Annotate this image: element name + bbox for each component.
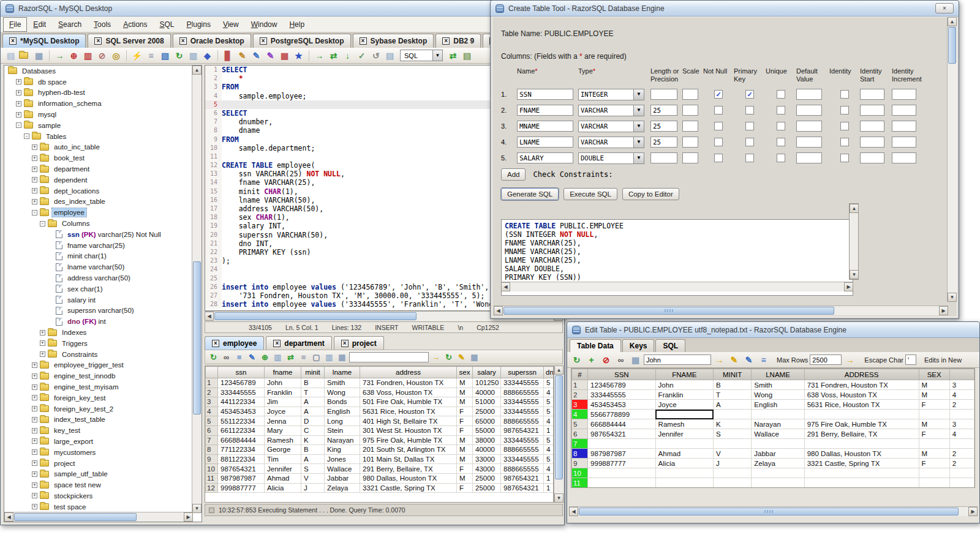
column-type-select[interactable]: VARCHAR▼ — [578, 121, 644, 132]
tree-item[interactable]: +foreign_key_test_2 — [4, 403, 192, 414]
edit-tab-sql[interactable]: SQL — [655, 339, 685, 352]
cell[interactable]: 25000 — [473, 483, 501, 493]
highlight-icon[interactable]: ✎ — [728, 353, 741, 366]
cell[interactable] — [804, 410, 919, 419]
cell[interactable]: 666884444 — [588, 419, 656, 429]
row-search-input[interactable] — [644, 354, 711, 365]
row-number[interactable]: 3 — [206, 397, 218, 407]
menu-sql[interactable]: SQL — [154, 17, 181, 32]
cell[interactable]: 2 — [949, 459, 974, 468]
cell[interactable]: Jim — [265, 397, 301, 407]
row-number[interactable]: 2 — [206, 388, 218, 397]
cell[interactable]: J — [301, 483, 325, 493]
tree-item[interactable]: +key_test — [4, 425, 192, 436]
default-value-input[interactable] — [796, 89, 822, 100]
browse-file-icon[interactable]: ▧ — [159, 49, 172, 62]
disconnect-icon[interactable]: ▥ — [81, 49, 94, 62]
cell[interactable]: 43000 — [473, 464, 501, 474]
column-header[interactable]: sex — [457, 367, 473, 378]
tree-item[interactable]: salary int — [4, 294, 192, 306]
row-number[interactable]: 11 — [572, 478, 588, 488]
tree-item[interactable]: +book_test — [4, 152, 192, 163]
identity-checkbox[interactable] — [840, 138, 849, 146]
not-null-checkbox[interactable]: ✓ — [714, 90, 723, 99]
cell[interactable]: 401 High St, Bellaire TX — [360, 416, 457, 426]
cell[interactable]: 975 Fire Oak, Humble TX — [804, 419, 919, 429]
primary-key-checkbox[interactable] — [745, 154, 754, 162]
cell[interactable]: English — [752, 400, 804, 410]
tree-item[interactable]: +db space — [4, 77, 192, 88]
tree-item[interactable]: +sample_utf_table — [4, 468, 192, 479]
expand-icon[interactable]: + — [32, 493, 37, 498]
row-number[interactable]: 10 — [572, 468, 588, 478]
menu-tools[interactable]: Tools — [88, 17, 117, 32]
cell[interactable] — [655, 439, 713, 449]
refresh-results-icon[interactable]: ↻ — [208, 351, 219, 363]
table-row[interactable]: 3453453453JoyceAEnglish5631 Rice, Housto… — [572, 400, 974, 410]
cell[interactable] — [588, 439, 656, 449]
execute-all-icon[interactable]: ⇄ — [327, 49, 340, 62]
tree-item[interactable]: +department — [4, 163, 192, 174]
cell[interactable]: 5631 Rice, Houston TX — [804, 400, 919, 410]
close-tab-icon[interactable]: × — [260, 37, 267, 45]
cell[interactable]: 333445555 — [501, 454, 544, 464]
cell[interactable] — [804, 478, 919, 488]
expand-icon[interactable]: + — [32, 167, 37, 172]
column-header[interactable]: superssn — [501, 367, 544, 378]
column-header[interactable]: MINIT — [714, 369, 752, 380]
cell[interactable]: 5 — [544, 397, 554, 407]
table-row[interactable]: 7 — [572, 439, 974, 449]
cell[interactable] — [714, 410, 752, 419]
primary-key-checkbox[interactable] — [745, 138, 754, 146]
go-arrow-icon[interactable]: → — [843, 353, 856, 366]
cell[interactable] — [919, 439, 949, 449]
table-row[interactable]: 9999887777AliciaJZelaya3321 Castle, Spri… — [572, 459, 974, 468]
cell[interactable]: Wong — [325, 388, 360, 397]
database-icon[interactable]: ◎ — [110, 49, 123, 62]
tree-item[interactable]: -employee — [4, 207, 192, 218]
cell[interactable]: 3 — [949, 419, 974, 429]
cell[interactable]: 888665555 — [501, 416, 544, 426]
copy-cells-icon[interactable]: ▥ — [323, 351, 335, 363]
row-number[interactable]: 11 — [206, 473, 218, 483]
edit-results-icon[interactable]: ✎ — [246, 351, 258, 363]
identity-checkbox[interactable] — [840, 106, 849, 114]
cell[interactable]: 101250 — [473, 378, 501, 388]
default-value-input[interactable] — [796, 152, 822, 163]
go-arrow-icon[interactable]: → — [430, 351, 442, 363]
column-header[interactable] — [949, 369, 974, 380]
table-row[interactable]: 4453453453JoyceAEnglish5631 Rice, Housto… — [206, 407, 554, 416]
row-number[interactable]: 7 — [572, 439, 588, 449]
cell[interactable]: M — [919, 390, 949, 400]
default-value-input[interactable] — [796, 105, 822, 116]
length-precision-input[interactable] — [650, 89, 677, 100]
cell[interactable]: 638 Voss, Houston TX — [360, 388, 457, 397]
cell[interactable]: K — [301, 435, 325, 445]
tree-vertical-scrollbar[interactable]: ▲ ▼ — [192, 66, 202, 513]
tree-item[interactable]: fname varchar(25) — [4, 240, 192, 251]
column-name-input[interactable] — [517, 137, 573, 148]
cell[interactable]: T — [714, 390, 752, 400]
cell[interactable] — [588, 468, 656, 478]
expand-icon[interactable]: + — [40, 340, 45, 346]
length-precision-input[interactable] — [650, 105, 677, 116]
column-name-input[interactable] — [517, 105, 573, 116]
cell[interactable] — [949, 410, 974, 419]
cell[interactable]: 5 — [544, 378, 554, 388]
close-icon[interactable]: × — [935, 3, 954, 13]
dialog-vertical-scrollbar[interactable]: ▲ ▼ — [947, 17, 957, 302]
row-number[interactable]: 10 — [206, 464, 218, 474]
cell[interactable] — [588, 478, 656, 488]
expand-icon[interactable]: + — [32, 384, 37, 390]
tree-item[interactable]: +Constraints — [4, 349, 192, 360]
expand-icon[interactable]: + — [32, 199, 37, 204]
cell[interactable]: T — [301, 388, 325, 397]
paste-icon[interactable]: ▥ — [187, 49, 200, 62]
collapse-icon[interactable]: - — [16, 122, 21, 128]
chevron-down-icon[interactable]: ▼ — [633, 105, 644, 116]
describe-table-icon[interactable]: ≡ — [145, 49, 157, 62]
cell[interactable]: 771122334 — [218, 445, 265, 455]
results-tab[interactable]: ×employee — [205, 336, 264, 350]
cell[interactable]: Tim — [265, 454, 301, 464]
tree-item[interactable]: +employee_trigger_test — [4, 360, 192, 371]
